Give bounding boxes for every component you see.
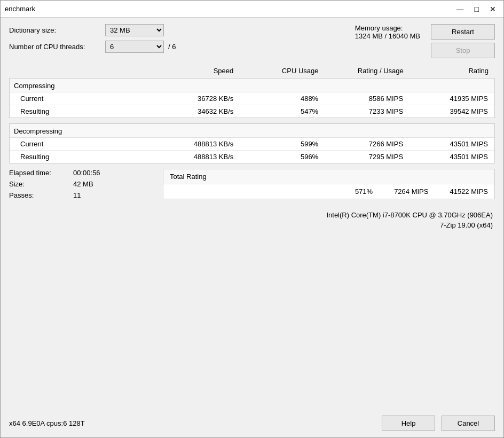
benchmark-window: enchmark — □ ✕ Dictionary size: 32 MB Nu… — [0, 0, 504, 438]
elapsed-row: Elapsed time: 00:00:56 — [9, 169, 159, 177]
size-value: 42 MB — [73, 180, 93, 188]
decomp-resulting-speed: 488813 KB/s — [155, 151, 240, 163]
decomp-current-speed: 488813 KB/s — [155, 138, 240, 151]
decomp-current-name: Current — [10, 138, 155, 151]
total-rating-usage: 7264 MIPS — [394, 187, 428, 195]
passes-label: Passes: — [9, 191, 73, 199]
col-rating: Rating — [410, 65, 495, 77]
dictionary-label: Dictionary size: — [9, 26, 105, 34]
size-row: Size: 42 MB — [9, 180, 159, 188]
decompressing-current-row: Current 488813 KB/s 599% 7266 MIPS 43501… — [10, 138, 494, 151]
dictionary-row: Dictionary size: 32 MB — [9, 24, 344, 36]
comp-resulting-cpu: 547% — [240, 105, 325, 118]
compressing-block: Compressing Current 36728 KB/s 488% 8586… — [9, 78, 495, 118]
decomp-current-rating-usage: 7266 MIPS — [325, 138, 410, 151]
elapsed-value: 00:00:56 — [73, 169, 100, 177]
window-controls: — □ ✕ — [453, 4, 499, 14]
left-controls: Dictionary size: 32 MB Number of CPU thr… — [9, 24, 344, 57]
total-rating-block: Total Rating 571% 7264 MIPS 41522 MIPS — [163, 169, 495, 199]
total-rating-header: Total Rating — [163, 169, 494, 184]
comp-current-speed: 36728 KB/s — [155, 92, 240, 105]
decompressing-resulting-row: Resulting 488813 KB/s 596% 7295 MIPS 435… — [10, 151, 494, 163]
compressing-table: Compressing Current 36728 KB/s 488% 8586… — [10, 79, 494, 118]
title-bar: enchmark — □ ✕ — [1, 1, 503, 18]
decomp-resulting-rating: 43501 MIPS — [410, 151, 494, 163]
memory-label: Memory usage: — [355, 24, 420, 32]
decompressing-table: Decompressing Current 488813 KB/s 599% 7… — [10, 124, 494, 163]
stats-block: Elapsed time: 00:00:56 Size: 42 MB Passe… — [9, 169, 159, 202]
size-label: Size: — [9, 180, 73, 188]
col-speed: Speed — [155, 65, 240, 77]
col-cpu: CPU Usage — [240, 65, 325, 77]
compressing-resulting-row: Resulting 34632 KB/s 547% 7233 MIPS 3954… — [10, 105, 494, 118]
memory-value: 1324 MB / 16040 MB — [355, 32, 420, 40]
comp-resulting-rating: 39542 MIPS — [410, 105, 494, 118]
decompressing-header-row: Decompressing — [10, 124, 494, 138]
total-cpu-usage: 571% — [355, 187, 373, 195]
help-button[interactable]: Help — [382, 416, 435, 431]
passes-row: Passes: 11 — [9, 191, 159, 199]
maximize-button[interactable]: □ — [471, 4, 482, 14]
bottom-bar: x64 6.9E0A cpus:6 128T Help Cancel — [1, 409, 503, 437]
comp-current-name: Current — [10, 92, 155, 105]
decompressing-block: Decompressing Current 488813 KB/s 599% 7… — [9, 123, 495, 163]
cancel-button[interactable]: Cancel — [442, 416, 495, 431]
comp-resulting-speed: 34632 KB/s — [155, 105, 240, 118]
restart-button[interactable]: Restart — [431, 24, 495, 40]
info-section: Intel(R) Core(TM) i7-8700K CPU @ 3.70GHz… — [9, 211, 495, 229]
total-rating-value: 41522 MIPS — [450, 187, 488, 195]
comp-resulting-rating-usage: 7233 MIPS — [325, 105, 410, 118]
threads-row: Number of CPU threads: 6 / 6 — [9, 41, 344, 53]
passes-value: 11 — [73, 191, 81, 199]
total-rating-data: 571% 7264 MIPS 41522 MIPS — [163, 184, 494, 199]
compressing-title: Compressing — [10, 79, 494, 92]
bottom-section: Elapsed time: 00:00:56 Size: 42 MB Passe… — [9, 169, 495, 202]
threads-select[interactable]: 6 — [105, 41, 164, 53]
decomp-current-rating: 43501 MIPS — [410, 138, 494, 151]
decomp-resulting-name: Resulting — [10, 151, 155, 163]
compressing-current-row: Current 36728 KB/s 488% 8586 MIPS 41935 … — [10, 92, 494, 105]
threads-suffix: / 6 — [168, 43, 176, 51]
col-rating-usage: Rating / Usage — [325, 65, 410, 77]
decomp-resulting-rating-usage: 7295 MIPS — [325, 151, 410, 163]
action-buttons: Restart Stop — [431, 24, 495, 58]
comp-current-cpu: 488% — [240, 92, 325, 105]
column-headers: Speed CPU Usage Rating / Usage Rating — [9, 65, 495, 77]
comp-resulting-name: Resulting — [10, 105, 155, 118]
elapsed-label: Elapsed time: — [9, 169, 73, 177]
comp-current-rating-usage: 8586 MIPS — [325, 92, 410, 105]
decomp-current-cpu: 599% — [240, 138, 325, 151]
threads-label: Number of CPU threads: — [9, 43, 105, 51]
comp-current-rating: 41935 MIPS — [410, 92, 494, 105]
cpu-info: Intel(R) Core(TM) i7-8700K CPU @ 3.70GHz… — [9, 211, 495, 219]
minimize-button[interactable]: — — [453, 4, 467, 14]
version-info: 7-Zip 19.00 (x64) — [9, 221, 495, 229]
bottom-buttons: Help Cancel — [382, 416, 495, 431]
dictionary-select[interactable]: 32 MB — [105, 24, 164, 36]
decompressing-title: Decompressing — [10, 124, 494, 138]
window-title: enchmark — [5, 5, 35, 13]
decomp-resulting-cpu: 596% — [240, 151, 325, 163]
stop-button[interactable]: Stop — [431, 43, 495, 58]
bottom-note: x64 6.9E0A cpus:6 128T — [9, 419, 85, 427]
memory-block: Memory usage: 1324 MB / 16040 MB — [355, 24, 420, 40]
top-controls: Dictionary size: 32 MB Number of CPU thr… — [9, 24, 495, 58]
compressing-header-row: Compressing — [10, 79, 494, 92]
main-content: Dictionary size: 32 MB Number of CPU thr… — [1, 18, 503, 409]
close-button[interactable]: ✕ — [486, 4, 499, 14]
col-name — [9, 65, 155, 77]
